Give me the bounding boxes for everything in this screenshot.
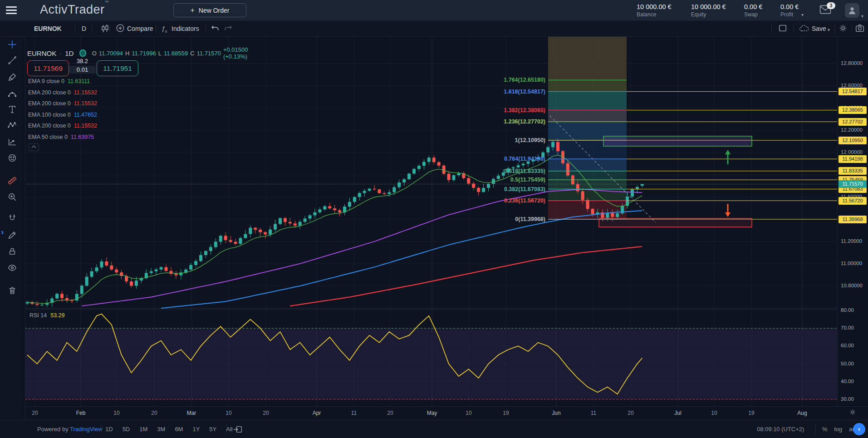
new-order-button[interactable]: + New Order bbox=[173, 3, 246, 17]
price-axis[interactable]: 12.8000012.6000012.4000012.2000012.00000… bbox=[837, 36, 868, 406]
legend-symbol[interactable]: EURNOK bbox=[27, 49, 56, 57]
indicator-row[interactable]: EMA 200 close 011.15532 bbox=[28, 123, 97, 129]
range-1m[interactable]: 1M bbox=[139, 426, 147, 433]
time-axis-label: Mar bbox=[187, 410, 196, 416]
scale-mode-%[interactable]: % bbox=[822, 426, 828, 433]
range-3m[interactable]: 3M bbox=[157, 426, 165, 433]
menu-icon[interactable] bbox=[6, 6, 17, 15]
stop-zone-box bbox=[599, 218, 752, 227]
tool-text-icon[interactable] bbox=[5, 103, 20, 116]
rsi-axis-label: 30.00 bbox=[841, 396, 854, 403]
fib-label: 0(11.39968) bbox=[515, 216, 545, 222]
range-1d[interactable]: 1D bbox=[105, 426, 113, 433]
mail-icon[interactable]: 3 bbox=[819, 5, 833, 16]
watchlist-expand-chevron-icon[interactable]: › bbox=[1, 227, 4, 237]
save-caret-icon[interactable]: ▾ bbox=[828, 27, 830, 32]
tool-zoom-in-icon[interactable] bbox=[5, 190, 20, 204]
scale-mode-log[interactable]: log bbox=[834, 426, 842, 433]
rsi-value: 53.29 bbox=[50, 312, 64, 319]
price-axis-label: 10.80000 bbox=[841, 283, 863, 290]
stat-balance: 10 000.00 € Balance bbox=[637, 3, 672, 18]
clock[interactable]: 08:09:10 (UTC+2) bbox=[757, 426, 804, 433]
tool-emoji-icon[interactable] bbox=[5, 151, 20, 165]
main-chart[interactable]: 1.764(12.65180)1.618(12.54817)1.382(12.3… bbox=[25, 36, 837, 309]
tool-forecast-icon[interactable] bbox=[5, 135, 20, 149]
time-axis-gear-icon[interactable] bbox=[848, 408, 857, 418]
fib-label: 1.382(12.38065) bbox=[504, 107, 545, 113]
tool-lock-icon[interactable] bbox=[5, 245, 20, 258]
bottom-toolbar: Powered by TradingView 1D5D1M3M6M1Y5YAll… bbox=[0, 420, 868, 438]
time-axis-label: 20 bbox=[263, 410, 269, 416]
buy-ask-button[interactable]: 11.71951 bbox=[97, 60, 138, 76]
legend-collapse-button[interactable] bbox=[29, 143, 39, 151]
camera-icon[interactable] bbox=[855, 23, 866, 34]
time-axis-label: 11 bbox=[351, 410, 357, 416]
price-axis-label: 11.00000 bbox=[841, 261, 862, 267]
cloud-save-icon[interactable] bbox=[799, 23, 809, 34]
redo-icon[interactable] bbox=[223, 23, 234, 34]
top-bar: ActivTrader™ + New Order 10 000.00 € Bal… bbox=[0, 0, 868, 21]
indicator-row[interactable]: EMA 9 close 011.63111 bbox=[28, 78, 90, 84]
go-to-date-icon[interactable] bbox=[233, 424, 243, 436]
logo-tm: ™ bbox=[105, 0, 109, 5]
avatar[interactable] bbox=[845, 3, 859, 18]
fib-label: 0.5(11.75459) bbox=[510, 177, 545, 183]
spread-value: 38.2 bbox=[69, 58, 96, 64]
indicators-button[interactable]: Indicators bbox=[172, 21, 199, 36]
compare-button[interactable]: Compare bbox=[127, 21, 153, 36]
compare-icon[interactable] bbox=[115, 23, 126, 34]
balance-value: 10 000.00 € bbox=[637, 3, 672, 10]
chart-style-icon[interactable] bbox=[99, 23, 110, 34]
tool-trend-line-icon[interactable] bbox=[5, 54, 20, 67]
undo-icon[interactable] bbox=[210, 23, 221, 34]
plus-icon: + bbox=[190, 6, 194, 15]
panel-collapse-chevron-button[interactable]: ‹ bbox=[853, 423, 865, 435]
range-5d[interactable]: 5D bbox=[123, 426, 130, 433]
range-all[interactable]: All bbox=[226, 426, 232, 433]
symbol-search-button[interactable]: EURNOK bbox=[34, 21, 62, 36]
tool-trash-icon[interactable] bbox=[5, 284, 20, 297]
interval-button[interactable]: D bbox=[82, 21, 86, 36]
indicators-fx-icon[interactable]: ƒx bbox=[162, 25, 172, 35]
time-axis-label: May bbox=[427, 410, 437, 416]
range-5y[interactable]: 5Y bbox=[209, 426, 216, 433]
tool-brush-icon[interactable] bbox=[5, 70, 20, 84]
price-level-badge: 11.83335 bbox=[839, 167, 867, 175]
swap-label: Swap bbox=[744, 11, 762, 18]
rsi-legend: RSI 1453.29 bbox=[29, 312, 65, 319]
legend-interval[interactable]: 1D bbox=[65, 49, 74, 57]
profit-caret-icon[interactable]: ▾ bbox=[801, 12, 804, 17]
time-axis-label: 20 bbox=[387, 410, 393, 416]
tool-xabcd-pattern-icon[interactable] bbox=[5, 118, 20, 132]
rsi-pane[interactable] bbox=[25, 309, 837, 406]
fib-label: 0.236(11.56720) bbox=[504, 197, 545, 204]
avatar-caret-icon[interactable]: ▾ bbox=[861, 14, 863, 19]
sell-bid-button[interactable]: 11.71569 bbox=[27, 60, 69, 76]
range-1y[interactable]: 1Y bbox=[192, 426, 200, 433]
stat-equity: 10 000.00 € Equity bbox=[691, 3, 726, 18]
indicator-row[interactable]: EMA 50 close 011.63975 bbox=[28, 134, 94, 140]
range-6m[interactable]: 6M bbox=[175, 426, 183, 433]
indicator-row[interactable]: EMA 200 close 011.15532 bbox=[28, 100, 97, 107]
equity-value: 10 000.00 € bbox=[691, 3, 726, 10]
spread-widget: 38.2 0.01 bbox=[69, 58, 96, 74]
ema-line bbox=[161, 211, 642, 308]
fullscreen-icon[interactable] bbox=[778, 23, 789, 34]
indicator-row[interactable]: EMA 100 close 011.47652 bbox=[28, 112, 97, 118]
time-axis[interactable]: 20Feb1020Mar1020Apr1120May1019Jun1120Jul… bbox=[25, 406, 868, 420]
tool-magnet-icon[interactable] bbox=[5, 212, 20, 225]
tool-ruler-icon[interactable] bbox=[5, 173, 20, 187]
fib-label: 1.618(12.54817) bbox=[504, 89, 545, 95]
tool-eye-icon[interactable] bbox=[5, 261, 20, 275]
price-level-badge: 11.56720 bbox=[839, 197, 867, 205]
save-button[interactable]: Save bbox=[812, 21, 826, 36]
settings-gear-icon[interactable] bbox=[838, 23, 849, 34]
time-axis-label: 10 bbox=[711, 410, 717, 416]
tool-pitchfork-icon[interactable] bbox=[5, 86, 20, 100]
time-axis-label: 20 bbox=[32, 410, 38, 416]
legend-separator: · bbox=[59, 49, 62, 57]
tradingview-link[interactable]: TradingView bbox=[70, 426, 103, 433]
indicator-row[interactable]: EMA 200 close 011.15532 bbox=[28, 89, 97, 96]
tool-crosshair-icon[interactable] bbox=[5, 38, 20, 51]
tool-edit-icon[interactable] bbox=[5, 228, 20, 242]
